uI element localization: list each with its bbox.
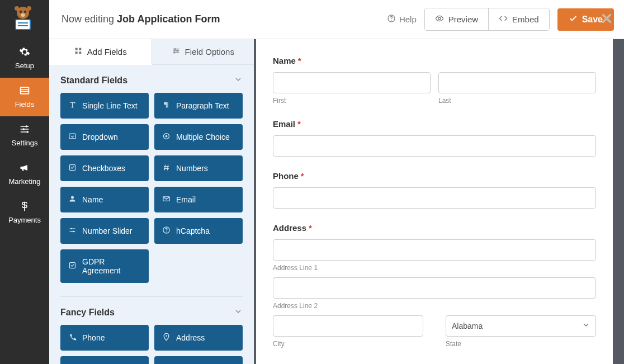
page-title: Now editing Job Application Form — [62, 13, 220, 25]
chevron-down-icon — [234, 307, 243, 318]
sublabel-last: Last — [438, 97, 596, 105]
svg-point-1 — [15, 6, 19, 11]
svg-point-17 — [438, 17, 441, 20]
field-phone[interactable]: Phone * — [273, 171, 596, 209]
address-line2-input[interactable] — [273, 277, 596, 299]
field-button-label: Single Line Text — [82, 101, 138, 110]
svg-rect-35 — [70, 263, 75, 268]
sidebar-label: Setup — [15, 62, 34, 70]
eye-icon — [435, 14, 444, 25]
field-button-label: Dropdown — [82, 133, 118, 141]
svg-point-2 — [27, 6, 31, 11]
check-icon — [68, 163, 77, 173]
svg-point-13 — [23, 128, 25, 130]
address-line1-input[interactable] — [273, 239, 596, 261]
sublabel-line2: Address Line 2 — [273, 302, 596, 310]
svg-rect-6 — [16, 20, 30, 30]
pin-icon — [162, 333, 171, 343]
field-button-label: Address — [176, 333, 205, 342]
field-address[interactable]: Address * Address Line 1 Address Line 2 … — [273, 223, 596, 348]
field-button-single-line-text[interactable]: Single Line Text — [60, 93, 149, 119]
svg-point-31 — [70, 228, 72, 230]
main-sidebar: Setup Fields Settings Marketing Payments — [0, 0, 49, 364]
field-button-date-time[interactable]: Date / Time — [60, 356, 149, 364]
field-button-gdpr-agreement[interactable]: GDPR Agreement — [60, 249, 149, 283]
text-icon — [68, 101, 77, 111]
field-button-name[interactable]: Name — [60, 187, 149, 212]
field-button-label: Name — [82, 195, 103, 204]
radio-icon — [162, 132, 171, 142]
field-button-phone[interactable]: Phone — [60, 325, 149, 351]
close-button[interactable] — [601, 12, 613, 27]
field-button-paragraph-text[interactable]: Paragraph Text — [154, 93, 243, 119]
check-icon — [68, 261, 77, 271]
help-link[interactable]: Help — [387, 14, 417, 25]
sidebar-item-setup[interactable]: Setup — [0, 39, 49, 78]
section-standard-fields[interactable]: Standard Fields — [60, 65, 243, 93]
svg-point-24 — [173, 52, 175, 54]
gear-icon — [18, 46, 31, 58]
svg-rect-20 — [75, 51, 77, 54]
sidebar-label: Payments — [8, 216, 41, 224]
svg-point-16 — [391, 20, 391, 21]
grid-icon — [18, 84, 31, 97]
last-name-input[interactable] — [438, 72, 596, 93]
dropdown-icon — [68, 132, 77, 142]
svg-point-32 — [73, 231, 74, 233]
svg-point-5 — [21, 13, 25, 17]
field-button-numbers[interactable]: Numbers — [154, 155, 243, 181]
envelope-icon — [162, 195, 171, 205]
required-indicator: * — [298, 56, 301, 65]
field-button-label: Checkboxes — [82, 164, 125, 173]
svg-point-4 — [24, 11, 26, 13]
dollar-icon — [18, 200, 31, 212]
sliders-icon — [18, 123, 31, 135]
tab-field-options[interactable]: Field Options — [152, 39, 254, 65]
field-button-number-slider[interactable]: Number Slider — [60, 218, 149, 244]
sublabel-city: City — [273, 340, 423, 348]
field-button-email[interactable]: Email — [154, 187, 243, 212]
embed-button[interactable]: Embed — [488, 8, 549, 30]
svg-point-27 — [166, 135, 168, 138]
sidebar-item-marketing[interactable]: Marketing — [0, 155, 49, 193]
field-button-file-upload[interactable]: File Upload — [154, 356, 243, 364]
svg-rect-9 — [21, 87, 29, 94]
svg-rect-28 — [70, 165, 75, 171]
section-fancy-fields[interactable]: Fancy Fields — [60, 297, 243, 325]
sublabel-state: State — [446, 340, 596, 348]
phone-icon — [68, 333, 77, 343]
field-button-label: Email — [176, 195, 196, 204]
field-button-checkboxes[interactable]: Checkboxes — [60, 155, 149, 181]
field-name[interactable]: Name * First Last — [273, 56, 596, 105]
field-button-hcaptcha[interactable]: hCaptcha — [154, 218, 243, 244]
code-icon — [499, 14, 508, 25]
bullhorn-icon — [18, 162, 31, 174]
svg-point-22 — [174, 48, 176, 50]
svg-rect-25 — [69, 134, 75, 139]
form-preview: Name * First Last — [256, 39, 624, 364]
scrollbar[interactable] — [613, 39, 624, 364]
phone-input[interactable] — [273, 187, 596, 209]
sidebar-label: Settings — [12, 139, 38, 147]
preview-button[interactable]: Preview — [425, 8, 488, 30]
svg-point-23 — [176, 50, 178, 52]
sidebar-item-settings[interactable]: Settings — [0, 116, 49, 155]
field-button-dropdown[interactable]: Dropdown — [60, 124, 149, 150]
sidebar-item-fields[interactable]: Fields — [0, 78, 49, 116]
first-name-input[interactable] — [273, 72, 431, 93]
city-input[interactable] — [273, 315, 423, 337]
tab-add-fields[interactable]: Add Fields — [49, 39, 152, 65]
sublabel-line1: Address Line 1 — [273, 264, 596, 272]
email-input[interactable] — [273, 135, 596, 157]
state-select[interactable]: Alabama — [446, 315, 596, 337]
sidebar-label: Fields — [15, 100, 35, 108]
svg-point-36 — [166, 335, 167, 337]
svg-rect-21 — [79, 51, 81, 54]
fields-panel: Add Fields Field Options Standard Fields… — [49, 39, 256, 364]
svg-rect-18 — [75, 48, 77, 50]
field-email[interactable]: Email * — [273, 119, 596, 157]
sidebar-item-payments[interactable]: Payments — [0, 193, 49, 232]
field-button-multiple-choice[interactable]: Multiple Choice — [154, 124, 243, 150]
svg-point-34 — [166, 231, 167, 232]
field-button-address[interactable]: Address — [154, 325, 243, 351]
